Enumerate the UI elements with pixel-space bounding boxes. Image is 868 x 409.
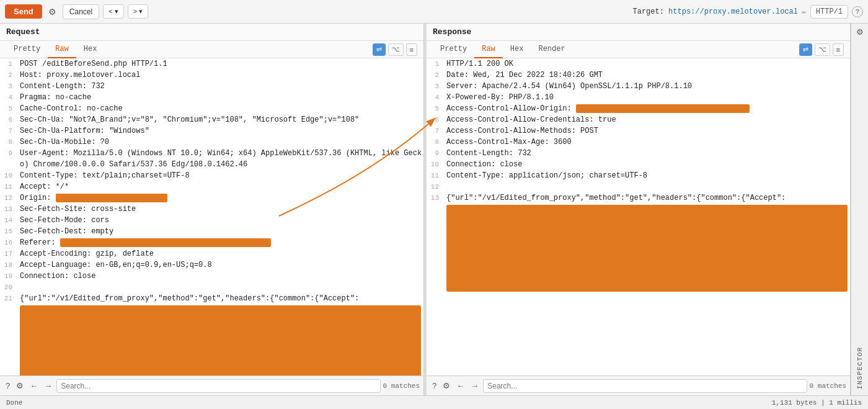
tab-request-pretty[interactable]: Pretty	[6, 41, 48, 58]
code-line: 14 Sec-Fetch-Mode: cors	[0, 215, 423, 226]
code-line: 2 Date: Wed, 21 Dec 2022 18:40:26 GMT	[427, 70, 850, 81]
nav-back-button[interactable]: < ▾	[103, 4, 123, 19]
code-line: 10 Content-Type: text/plain;charset=UTF-…	[0, 170, 423, 181]
request-tabs: Pretty Raw Hex ⇌ ⌥ ≡	[0, 41, 423, 58]
code-line: 7 Sec-Ch-Ua-Platform: "Windows"	[0, 125, 423, 137]
code-line: 5 Cache-Control: no-cache	[0, 103, 423, 114]
nav-fwd-button[interactable]: > ▾	[128, 4, 148, 19]
cancel-button[interactable]: Cancel	[63, 4, 99, 19]
settings-icon[interactable]: ⚙	[46, 6, 59, 18]
edit-target-icon[interactable]: ✏	[802, 7, 807, 17]
code-line: 1 POST /editBeforeSend.php HTTP/1.1	[0, 58, 423, 70]
code-line: 6 Access-Control-Allow-Credentials: true	[427, 114, 850, 125]
request-search-back-icon[interactable]: ←	[28, 380, 40, 391]
code-line: 16 Referer:	[0, 237, 423, 248]
response-wrap-icon[interactable]: ⇌	[799, 43, 812, 56]
tab-response-pretty[interactable]: Pretty	[433, 41, 474, 58]
response-search-bar: ? ⚙ ← → 0 matches	[427, 375, 850, 395]
code-line: 13 Sec-Fetch-Site: cross-site	[0, 204, 423, 215]
response-orange-block	[446, 205, 848, 292]
response-tabs: Pretty Raw Hex Render ⇌ ⌥ ≡	[427, 41, 850, 58]
code-line: 19 Connection: close	[0, 271, 423, 282]
tab-response-hex[interactable]: Hex	[503, 41, 531, 58]
code-line: 12 Origin:	[0, 192, 423, 204]
response-code-area: 1 HTTP/1.1 200 OK 2 Date: Wed, 21 Dec 20…	[427, 58, 850, 375]
nav-fwd-label: > ▾	[133, 7, 143, 16]
target-label: Target: https://proxy.melotover.local	[632, 7, 797, 16]
target-url[interactable]: https://proxy.melotover.local	[668, 7, 798, 16]
request-indent-icon[interactable]: ⌥	[388, 43, 404, 56]
help-icon[interactable]: ?	[852, 6, 863, 17]
request-search-fwd-icon[interactable]: →	[42, 380, 54, 391]
response-search-back-icon[interactable]: ←	[454, 380, 466, 391]
code-line: 20	[0, 282, 423, 293]
send-button[interactable]: Send	[5, 4, 42, 19]
response-search-matches: 0 matches	[810, 382, 846, 390]
tab-response-render[interactable]: Render	[531, 41, 572, 58]
response-search-settings-icon[interactable]: ⚙	[441, 380, 452, 391]
code-line: 1 HTTP/1.1 200 OK	[427, 58, 850, 70]
request-wrap-icon[interactable]: ⇌	[373, 43, 386, 56]
code-line: 2 Host: proxy.melotover.local	[0, 70, 423, 81]
request-search-input[interactable]	[56, 379, 380, 393]
code-line: 4 Pragma: no-cache	[0, 92, 423, 103]
request-code-area: 1 POST /editBeforeSend.php HTTP/1.1 2 Ho…	[0, 58, 423, 375]
code-line: 3 Content-Length: 732	[0, 81, 423, 92]
tab-request-raw[interactable]: Raw	[48, 41, 76, 58]
inspector-label: INSPECTOR	[856, 347, 864, 389]
response-panel-header: Response	[427, 24, 850, 41]
request-menu-icon[interactable]: ≡	[406, 43, 417, 56]
code-line: 18 Accept-Language: en-GB,en;q=0.9,en-US…	[0, 259, 423, 271]
toolbar: Send ⚙ Cancel < ▾ > ▾ Target: https://pr…	[0, 0, 868, 24]
code-line: 7 Access-Control-Allow-Methods: POST	[427, 125, 850, 137]
code-line: 9 Content-Length: 732	[427, 148, 850, 159]
code-line: 12	[427, 181, 850, 192]
response-view-icons: ⇌ ⌥ ≡	[799, 43, 844, 56]
request-panel-header: Request	[0, 24, 423, 41]
inspector-gear-icon[interactable]: ⚙	[852, 24, 867, 40]
main-content: Request Pretty Raw Hex ⇌ ⌥ ≡ 1 POST /edi…	[0, 24, 868, 395]
response-search-input[interactable]	[483, 379, 807, 393]
code-line: 13 {"url":"/v1/Edited_from_proxy","metho…	[427, 192, 850, 204]
code-line: 11 Content-Type: application/json; chars…	[427, 170, 850, 181]
request-view-icons: ⇌ ⌥ ≡	[373, 43, 417, 56]
response-panel: Response Pretty Raw Hex Render ⇌ ⌥ ≡ 1 H…	[427, 24, 851, 395]
code-line: 4 X-Powered-By: PHP/8.1.10	[427, 92, 850, 103]
request-panel-title: Request	[6, 27, 417, 37]
request-search-matches: 0 matches	[383, 382, 420, 390]
request-panel: Request Pretty Raw Hex ⇌ ⌥ ≡ 1 POST /edi…	[0, 24, 424, 395]
response-panel-title: Response	[433, 27, 844, 37]
response-search-help-icon[interactable]: ?	[430, 380, 438, 391]
request-search-settings-icon[interactable]: ⚙	[14, 380, 25, 391]
code-line: 9 User-Agent: Mozilla/5.0 (Windows NT 10…	[0, 148, 423, 170]
response-indent-icon[interactable]: ⌥	[815, 43, 830, 56]
tab-request-hex[interactable]: Hex	[76, 41, 105, 58]
request-search-help-icon[interactable]: ?	[4, 380, 12, 391]
code-line: 21 {"url":"/v1/Edited_from_proxy","metho…	[0, 293, 423, 304]
status-bar: Done 1,131 bytes | 1 millis	[0, 395, 868, 409]
response-search-fwd-icon[interactable]: →	[469, 380, 480, 391]
code-line: 17 Accept-Encoding: gzip, deflate	[0, 248, 423, 259]
nav-back-label: < ▾	[108, 7, 118, 16]
tab-response-raw[interactable]: Raw	[474, 41, 503, 58]
request-orange-block	[20, 305, 421, 375]
http-version-selector[interactable]: HTTP/1	[810, 5, 848, 19]
inspector-panel: ⚙ INSPECTOR	[851, 24, 868, 395]
code-line: 3 Server: Apache/2.4.54 (Win64) OpenSSL/…	[427, 81, 850, 92]
code-line: 8 Sec-Ch-Ua-Mobile: ?0	[0, 137, 423, 148]
code-line: 11 Accept: */*	[0, 181, 423, 192]
status-bytes: 1,131 bytes | 1 millis	[772, 399, 862, 407]
status-text: Done	[6, 399, 22, 407]
code-line: 10 Connection: close	[427, 159, 850, 170]
request-search-bar: ? ⚙ ← → 0 matches	[0, 375, 423, 395]
code-line: 15 Sec-Fetch-Dest: empty	[0, 226, 423, 237]
response-menu-icon[interactable]: ≡	[833, 43, 844, 56]
code-line: 6 Sec-Ch-Ua: "Not?A_Brand";v="8", "Chrom…	[0, 114, 423, 125]
code-line: 8 Access-Control-Max-Age: 3600	[427, 137, 850, 148]
code-line: 5 Access-Control-Allow-Origin:	[427, 103, 850, 114]
